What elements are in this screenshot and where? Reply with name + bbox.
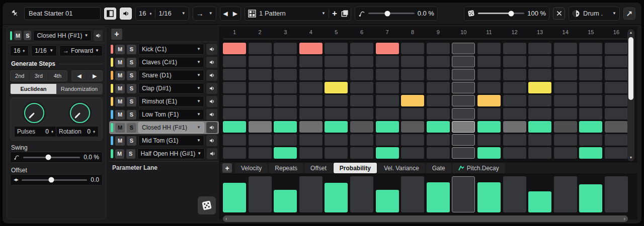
step-cell[interactable] (503, 147, 526, 159)
step-cell-active[interactable] (528, 121, 551, 133)
output-select-group[interactable]: Drum . ▼ (569, 7, 620, 21)
track-mute-button[interactable]: M (115, 45, 125, 54)
step-cell[interactable] (528, 43, 551, 54)
scroll-right-icon[interactable]: › (623, 216, 625, 221)
step-cell-active[interactable] (376, 147, 399, 159)
probability-bar[interactable] (579, 184, 602, 212)
track-row[interactable]: MSHalf Open HH (G#1)▼ (109, 147, 219, 160)
step-cell[interactable] (579, 56, 602, 67)
step-cell-active[interactable] (223, 121, 246, 133)
step-cell[interactable] (223, 82, 246, 93)
step-cell[interactable] (605, 95, 628, 106)
step-cell[interactable] (452, 82, 475, 93)
step-cell[interactable] (376, 95, 399, 106)
step-cell[interactable] (350, 108, 373, 120)
step-cell[interactable] (299, 82, 323, 93)
probability-bar[interactable] (427, 182, 450, 212)
track-preview-button[interactable] (206, 70, 217, 81)
step-cell-active[interactable] (376, 121, 399, 133)
step-cell[interactable] (503, 43, 526, 54)
vertical-scrollbar[interactable]: ▲ ▼ (627, 29, 634, 161)
vertical-scroll-thumb[interactable] (628, 37, 633, 100)
step-cell[interactable] (528, 69, 551, 80)
step-cell[interactable] (579, 108, 602, 120)
step-cell[interactable] (579, 69, 602, 80)
parameter-tab-probability[interactable]: Probability (334, 163, 377, 173)
probability-bar-empty[interactable] (249, 176, 272, 212)
step-cell[interactable] (579, 95, 602, 106)
step-cell-active[interactable] (274, 121, 297, 133)
track-solo-button[interactable]: S (127, 58, 136, 67)
track-preview-button[interactable] (206, 83, 217, 94)
probability-slot[interactable] (579, 176, 602, 212)
step-cell[interactable] (350, 134, 373, 146)
step-cell[interactable] (401, 108, 424, 120)
step-cell[interactable] (223, 56, 246, 67)
track-mute-button[interactable]: M (115, 123, 125, 133)
step-cell[interactable] (376, 82, 399, 93)
step-cell[interactable] (249, 56, 272, 67)
step-cell[interactable] (376, 69, 399, 80)
step-cell-active[interactable] (579, 147, 602, 159)
vertical-scroll-track[interactable] (628, 36, 633, 154)
step-cell[interactable] (299, 121, 323, 133)
track-solo-button[interactable]: S (126, 149, 135, 159)
step-cell[interactable] (452, 147, 475, 159)
step-cell[interactable] (503, 56, 526, 67)
track-preview-button[interactable] (207, 148, 217, 159)
next-pattern-button[interactable]: ▶ (233, 10, 237, 17)
step-cell[interactable] (223, 108, 246, 120)
step-cell[interactable] (223, 147, 246, 159)
step-cell[interactable] (249, 43, 272, 54)
step-cell[interactable] (503, 69, 526, 80)
step-cell[interactable] (427, 43, 450, 54)
step-cell[interactable] (325, 134, 348, 146)
step-cell[interactable] (299, 134, 323, 146)
step-cell[interactable] (401, 134, 424, 146)
step-cell[interactable] (554, 95, 577, 106)
pulses-knob[interactable] (23, 101, 46, 125)
step-cell[interactable] (350, 82, 373, 93)
step-cell[interactable] (350, 147, 373, 159)
step-cell[interactable] (299, 147, 323, 159)
step-cell[interactable] (503, 108, 526, 120)
step-cell[interactable] (503, 134, 526, 146)
step-cell[interactable] (249, 95, 272, 106)
step-cell[interactable] (249, 69, 272, 80)
shift-left-button[interactable]: ◀ (72, 71, 87, 81)
step-cell[interactable] (452, 56, 475, 67)
step-cell[interactable] (274, 56, 297, 67)
step-cell[interactable] (452, 43, 475, 54)
step-cell[interactable] (325, 108, 348, 120)
interval-4th-button[interactable]: 4th (48, 71, 67, 81)
track-row[interactable]: MSRimshot (E1)▼ (109, 95, 219, 108)
step-cell[interactable] (427, 82, 450, 93)
step-cell[interactable] (554, 134, 577, 146)
step-cell[interactable] (274, 69, 297, 80)
probability-bar[interactable] (376, 190, 399, 212)
step-cell[interactable] (503, 95, 526, 106)
preset-name-field[interactable]: Beat Starter 01 (24, 7, 101, 20)
step-cell[interactable] (350, 121, 373, 133)
probability-bar-empty[interactable] (299, 176, 323, 212)
resolution-value[interactable]: 1/16 (158, 10, 171, 17)
offset-slider[interactable] (22, 179, 88, 181)
step-cell-active[interactable] (376, 43, 399, 54)
expand-button[interactable]: ↗ (623, 8, 635, 20)
step-cell[interactable] (299, 56, 323, 67)
preview-speaker-button[interactable] (120, 8, 132, 20)
probability-slot[interactable] (376, 176, 399, 212)
track-mute-button[interactable]: M (115, 136, 125, 146)
randomize-button[interactable] (198, 196, 216, 214)
track-name-select[interactable]: Closed HH (F#1)▼ (138, 122, 204, 133)
duplicate-pattern-button[interactable] (341, 10, 349, 17)
step-cell[interactable] (427, 95, 450, 106)
track-row[interactable]: MSSnare (D1)▼ (109, 69, 219, 82)
prev-pattern-button[interactable]: ◀ (223, 10, 228, 17)
probability-slot[interactable] (325, 176, 348, 212)
resolution-caret-icon[interactable]: ▼ (182, 12, 186, 16)
step-cell[interactable] (605, 56, 628, 67)
step-cell[interactable] (299, 69, 323, 80)
probability-slot[interactable] (554, 176, 577, 212)
step-cell[interactable] (376, 56, 399, 67)
